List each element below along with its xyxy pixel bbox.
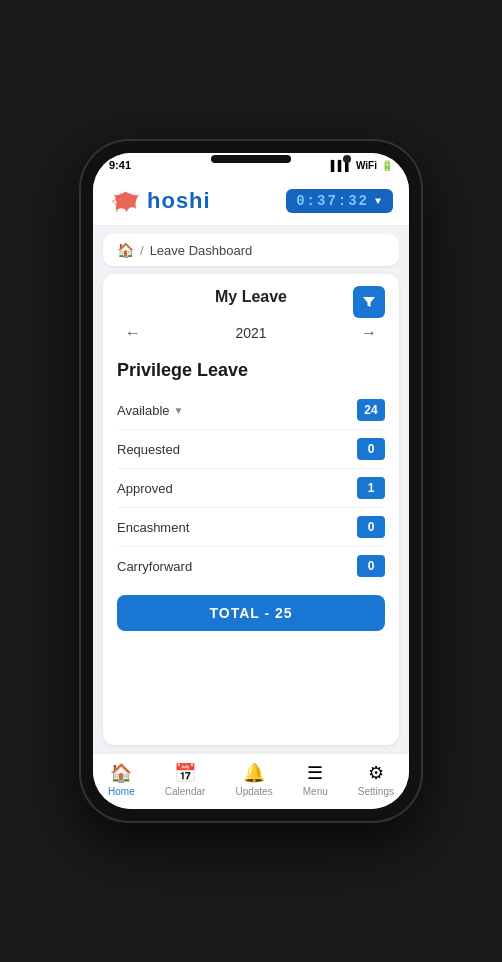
card-title: My Leave [215,288,287,305]
timer-dropdown-arrow: ▼ [375,196,383,207]
leave-value-carryforward: 0 [357,555,385,577]
leave-value-available: 24 [357,399,385,421]
calendar-nav-icon: 📅 [174,762,196,784]
nav-item-settings[interactable]: ⚙ Settings [350,760,402,799]
home-icon[interactable]: 🏠 [117,242,134,258]
section-title: Privilege Leave [117,360,385,381]
leave-value-requested: 0 [357,438,385,460]
leave-row-available: Available ▼ 24 [117,391,385,430]
app-header: hoshi 0:37:32 ▼ [93,175,409,226]
breadcrumb-separator: / [140,243,144,258]
available-dropdown-arrow[interactable]: ▼ [174,405,184,416]
leave-value-encashment: 0 [357,516,385,538]
settings-nav-label: Settings [358,786,394,797]
logo-area: hoshi [109,185,211,217]
leave-label-requested: Requested [117,442,180,457]
leave-value-approved: 1 [357,477,385,499]
home-nav-icon: 🏠 [110,762,132,784]
nav-item-home[interactable]: 🏠 Home [100,760,143,799]
nav-item-updates[interactable]: 🔔 Updates [227,760,280,799]
leave-label-carryforward: Carryforward [117,559,192,574]
menu-nav-icon: ☰ [307,762,323,784]
card-header: My Leave [117,288,385,306]
nav-item-menu[interactable]: ☰ Menu [295,760,336,799]
status-time: 9:41 [109,159,131,171]
calendar-nav-label: Calendar [165,786,206,797]
home-nav-label: Home [108,786,135,797]
year-label: 2021 [235,325,266,341]
next-year-button[interactable]: → [353,320,385,346]
logo-text: hoshi [147,188,211,214]
breadcrumb: 🏠 / Leave Dashboard [103,234,399,266]
menu-nav-label: Menu [303,786,328,797]
leave-rows: Available ▼ 24 Requested 0 Approved 1 [117,391,385,585]
leave-card: My Leave ← 2021 → Privilege Leave [103,274,399,745]
leave-row-approved: Approved 1 [117,469,385,508]
bottom-navigation: 🏠 Home 📅 Calendar 🔔 Updates ☰ Menu ⚙ Set… [93,753,409,809]
hoshi-logo-icon [109,185,141,217]
wifi-icon: WiFi [356,160,377,171]
leave-label-encashment: Encashment [117,520,189,535]
leave-row-requested: Requested 0 [117,430,385,469]
timer-badge[interactable]: 0:37:32 ▼ [286,189,393,213]
battery-icon: 🔋 [381,160,393,171]
leave-row-carryforward: Carryforward 0 [117,547,385,585]
filter-icon [362,295,376,309]
updates-nav-icon: 🔔 [243,762,265,784]
prev-year-button[interactable]: ← [117,320,149,346]
leave-row-encashment: Encashment 0 [117,508,385,547]
leave-label-available: Available ▼ [117,403,183,418]
total-button[interactable]: TOTAL - 25 [117,595,385,631]
updates-nav-label: Updates [235,786,272,797]
filter-button[interactable] [353,286,385,318]
timer-display: 0:37:32 [296,193,369,209]
leave-label-approved: Approved [117,481,173,496]
status-icons: ▌▌▌ WiFi 🔋 [331,160,393,171]
breadcrumb-current-page: Leave Dashboard [150,243,253,258]
settings-nav-icon: ⚙ [368,762,384,784]
nav-item-calendar[interactable]: 📅 Calendar [157,760,214,799]
year-navigation: ← 2021 → [117,314,385,352]
